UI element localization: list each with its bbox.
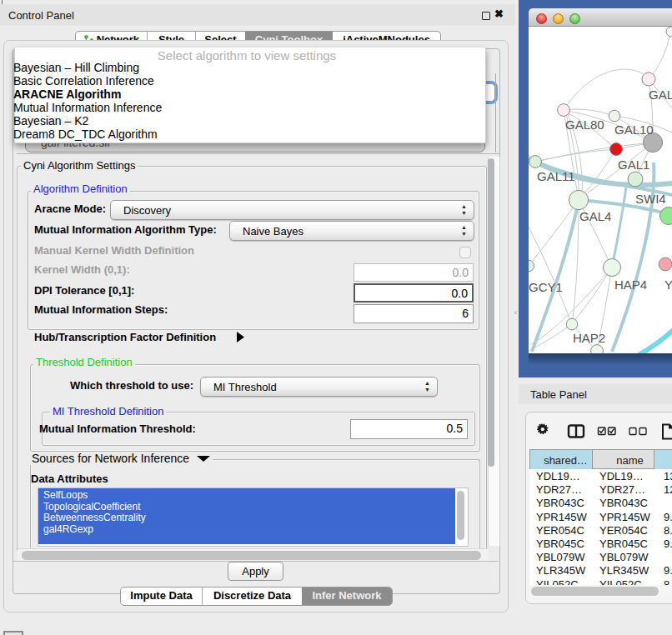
- svg-text:GAL80: GAL80: [565, 118, 604, 132]
- svg-text:GCY1: GCY1: [529, 280, 563, 294]
- svg-text:SWI4: SWI4: [635, 192, 666, 206]
- svg-text:GAL11: GAL11: [537, 169, 575, 183]
- svg-text:GAL1: GAL1: [618, 158, 649, 172]
- svg-text:HAP4: HAP4: [614, 278, 647, 292]
- svg-text:GAL10: GAL10: [614, 122, 654, 137]
- svg-text:HAP2: HAP2: [573, 331, 605, 345]
- svg-text:GAL4: GAL4: [579, 209, 611, 223]
- svg-text:Y: Y: [664, 278, 672, 292]
- svg-text:GAL: GAL: [649, 88, 672, 102]
